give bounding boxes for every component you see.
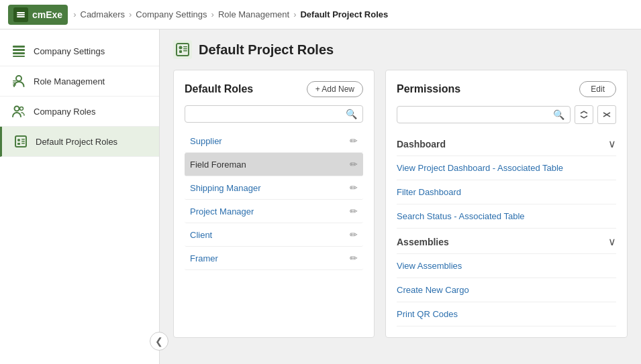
svg-point-12 (20, 107, 23, 111)
perm-section-header[interactable]: Assemblies∨ (397, 229, 616, 254)
add-new-button[interactable]: + Add New (307, 81, 363, 97)
svg-rect-2 (17, 16, 25, 17)
settings-icon (11, 43, 27, 59)
svg-rect-16 (21, 139, 25, 140)
role-item[interactable]: Project Manager✏ (185, 200, 363, 223)
sidebar-item-default-project-roles[interactable]: Default Project Roles (0, 127, 159, 157)
svg-point-11 (15, 107, 19, 111)
sidebar-item-company-roles[interactable]: Company Roles (0, 97, 159, 127)
svg-rect-3 (13, 46, 25, 48)
roles-page-icon (173, 40, 192, 59)
sidebar-collapse-button[interactable]: ❮ (150, 332, 168, 351)
role-item[interactable]: Shipping Manager✏ (185, 176, 363, 200)
page-title-row: Default Project Roles (173, 40, 628, 59)
perm-item[interactable]: Search Status - Associated Table (397, 204, 616, 229)
breadcrumb-item-1[interactable]: Cadmakers (81, 9, 125, 19)
permissions-sections: Dashboard∨View Project Dashboard - Assoc… (397, 131, 616, 326)
main-content: Default Project Roles Default Roles + Ad… (160, 29, 641, 364)
role-icon (11, 73, 27, 89)
top-nav: cmExe › Cadmakers › Company Settings › R… (0, 0, 641, 29)
svg-rect-4 (13, 49, 25, 51)
sidebar-label-company-roles: Company Roles (34, 107, 96, 117)
role-edit-icon[interactable]: ✏ (350, 135, 358, 146)
role-edit-icon[interactable]: ✏ (350, 159, 358, 170)
permissions-search-icon: 🔍 (553, 109, 564, 120)
perm-item[interactable]: Filter Dashboard (397, 180, 616, 204)
expand-all-button[interactable] (575, 105, 593, 124)
layout: Company Settings Role Management (0, 29, 641, 364)
roles-list: Supplier✏Field Foreman✏Shipping Manager✏… (185, 129, 363, 270)
permissions-search-row: 🔍 (397, 105, 616, 124)
svg-point-20 (179, 46, 183, 50)
page-title-text: Default Project Roles (199, 42, 334, 58)
sidebar-item-company-settings[interactable]: Company Settings (0, 36, 159, 66)
sidebar-label-default-project-roles: Default Project Roles (36, 137, 117, 147)
svg-rect-0 (17, 12, 25, 13)
role-edit-icon[interactable]: ✏ (350, 253, 358, 263)
svg-rect-5 (13, 52, 25, 54)
roles-search-icon: 🔍 (346, 109, 357, 119)
svg-rect-21 (179, 50, 182, 53)
svg-rect-1 (17, 14, 25, 15)
perm-section-title: Dashboard (397, 139, 446, 149)
role-name: Shipping Manager (190, 183, 261, 193)
role-item[interactable]: Field Foreman✏ (185, 153, 363, 176)
svg-rect-10 (13, 84, 16, 86)
role-name: Client (190, 230, 212, 240)
role-edit-icon[interactable]: ✏ (350, 206, 358, 217)
role-item[interactable]: Client✏ (185, 223, 363, 247)
role-item[interactable]: Supplier✏ (185, 129, 363, 153)
edit-button[interactable]: Edit (579, 81, 616, 97)
logo-text: cmExe (32, 9, 62, 20)
sidebar: Company Settings Role Management (0, 29, 160, 364)
svg-point-7 (16, 76, 21, 81)
breadcrumb-item-3[interactable]: Role Management (218, 9, 289, 19)
svg-rect-23 (183, 48, 187, 50)
project-roles-icon (13, 133, 29, 149)
permissions-title: Permissions (397, 83, 460, 95)
svg-rect-22 (183, 46, 187, 48)
breadcrumb-item-2[interactable]: Company Settings (136, 9, 207, 19)
permissions-search-input[interactable] (403, 110, 553, 120)
svg-rect-9 (13, 82, 16, 84)
breadcrumb-item-4: Default Project Roles (300, 9, 388, 19)
svg-rect-15 (17, 143, 20, 145)
default-roles-header: Default Roles + Add New (185, 81, 363, 97)
sidebar-item-role-management[interactable]: Role Management (0, 66, 159, 97)
role-name: Project Manager (190, 206, 254, 217)
perm-section-title: Assemblies (397, 237, 449, 247)
collapse-all-button[interactable] (597, 105, 616, 124)
svg-rect-8 (13, 80, 16, 82)
breadcrumb: › Cadmakers › Company Settings › Role Ma… (73, 9, 388, 19)
svg-rect-17 (21, 141, 25, 142)
permissions-header: Permissions Edit (397, 81, 616, 97)
chevron-down-icon: ∨ (608, 137, 616, 150)
perm-item[interactable]: Print QR Codes (397, 302, 616, 326)
role-name: Framer (190, 253, 218, 263)
logo[interactable]: cmExe (8, 5, 68, 25)
svg-point-14 (17, 139, 20, 141)
role-edit-icon[interactable]: ✏ (350, 182, 358, 193)
permissions-card: Permissions Edit 🔍 (385, 70, 628, 338)
role-edit-icon[interactable]: ✏ (350, 229, 358, 240)
role-item[interactable]: Framer✏ (185, 247, 363, 270)
perm-section-header[interactable]: Dashboard∨ (397, 131, 616, 156)
role-name: Field Foreman (190, 160, 246, 170)
default-roles-title: Default Roles (185, 83, 253, 95)
chevron-down-icon: ∨ (608, 235, 616, 248)
perm-item[interactable]: View Assemblies (397, 254, 616, 278)
role-name: Supplier (190, 136, 222, 146)
panels-row: Default Roles + Add New 🔍 Supplier✏Field… (173, 70, 628, 338)
sidebar-label-company-settings: Company Settings (34, 46, 105, 56)
svg-rect-24 (183, 50, 187, 52)
permissions-search-wrap[interactable]: 🔍 (397, 106, 571, 123)
perm-item[interactable]: View Project Dashboard - Associated Tabl… (397, 156, 616, 180)
logo-icon (13, 7, 28, 22)
users-icon (11, 103, 27, 119)
svg-rect-6 (13, 56, 25, 57)
roles-search-box[interactable]: 🔍 (185, 105, 363, 123)
default-roles-card: Default Roles + Add New 🔍 Supplier✏Field… (173, 70, 375, 338)
roles-search-input[interactable] (191, 109, 346, 119)
svg-rect-19 (177, 44, 189, 56)
perm-item[interactable]: Create New Cargo (397, 278, 616, 302)
